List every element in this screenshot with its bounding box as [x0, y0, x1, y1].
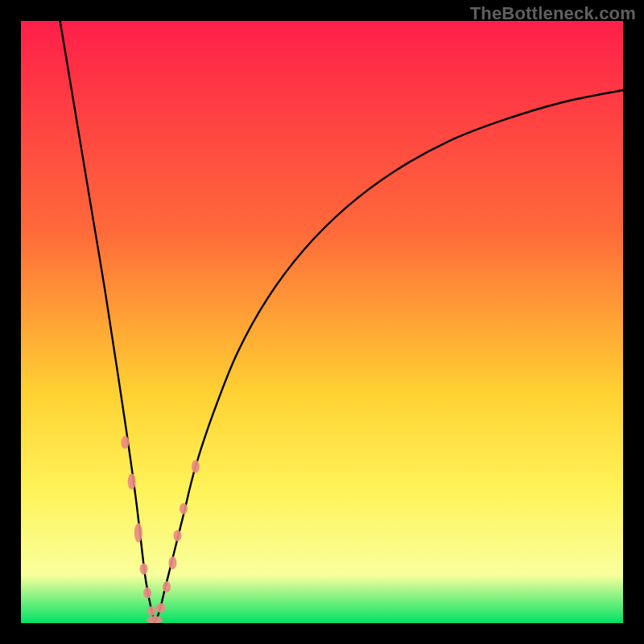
marker-12 [192, 460, 200, 473]
marker-10 [173, 530, 181, 542]
outer-frame: TheBottleneck.com [0, 0, 644, 644]
marker-5 [147, 606, 155, 616]
marker-8 [163, 581, 171, 592]
marker-3 [140, 564, 148, 575]
marker-0 [121, 436, 129, 449]
marker-group [121, 436, 200, 623]
marker-2 [134, 523, 142, 543]
chart-svg [21, 21, 623, 623]
marker-7 [156, 603, 166, 613]
watermark-text: TheBottleneck.com [470, 3, 636, 24]
marker-9 [169, 556, 177, 569]
marker-1 [128, 473, 136, 489]
marker-11 [180, 503, 188, 514]
marker-4 [143, 588, 151, 599]
marker-6 [147, 616, 163, 623]
series-group [60, 21, 623, 623]
curve-right-branch [155, 90, 623, 623]
plot-area [21, 21, 623, 623]
